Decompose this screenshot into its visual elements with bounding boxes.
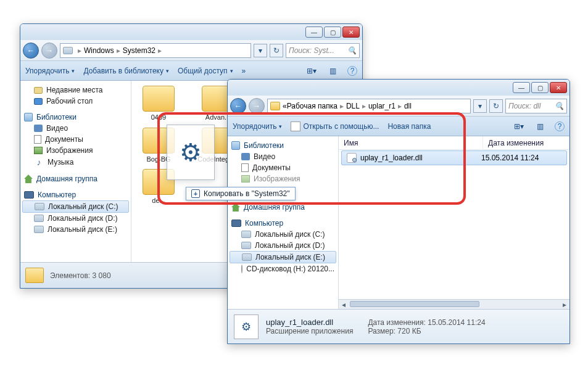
sidebar-item-documents[interactable]: Документы xyxy=(20,134,131,145)
sidebar-group-computer[interactable]: Компьютер xyxy=(20,189,131,200)
view-mode-button[interactable]: ⊞▾ xyxy=(513,121,525,131)
breadcrumb[interactable]: System32 xyxy=(123,46,155,55)
horizontal-scrollbar[interactable]: ◂ ▸ xyxy=(339,299,569,309)
disk-icon xyxy=(35,203,44,210)
disk-icon xyxy=(241,242,251,249)
new-folder-button[interactable]: Новая папка xyxy=(387,122,431,131)
sidebar-item-disk-c[interactable]: Локальный диск (C:) xyxy=(22,200,129,213)
organize-button[interactable]: Упорядочить▾ xyxy=(233,122,282,131)
open-with-icon xyxy=(291,121,300,131)
content-pane[interactable]: Имя Дата изменения uplay_r1_loader.dll 1… xyxy=(339,136,569,309)
details-size: 720 КБ xyxy=(397,327,421,335)
window-maximize-button[interactable]: ▢ xyxy=(531,82,549,93)
folder-icon xyxy=(25,268,44,283)
titlebar[interactable]: — ▢ ✕ xyxy=(228,80,569,96)
sidebar-item-disk-c[interactable]: Локальный диск (C:) xyxy=(228,229,338,240)
recent-icon xyxy=(34,87,43,94)
folder-icon xyxy=(143,86,175,112)
window-maximize-button[interactable]: ▢ xyxy=(324,27,341,38)
window-close-button[interactable]: ✕ xyxy=(342,27,360,38)
view-mode-button[interactable]: ⊞▾ xyxy=(305,66,318,76)
folder-icon xyxy=(270,102,280,110)
sidebar-item-video[interactable]: Видео xyxy=(20,123,131,134)
details-filename: uplay_r1_loader.dll xyxy=(266,318,353,327)
sidebar-item-documents[interactable]: Документы xyxy=(228,162,338,173)
sidebar-group-libraries[interactable]: Библиотеки xyxy=(20,112,131,123)
sidebar-item-cd-drive[interactable]: CD-дисковод (H:) 20120... xyxy=(228,263,338,274)
disk-icon xyxy=(241,231,251,238)
scroll-left-button[interactable]: ◂ xyxy=(339,300,349,309)
breadcrumb[interactable]: Windows xyxy=(84,46,114,55)
drive-icon xyxy=(63,47,73,54)
chevron-down-icon: ▾ xyxy=(230,68,233,74)
open-with-button[interactable]: Открыть с помощью... xyxy=(291,121,379,131)
overflow-button[interactable]: » xyxy=(242,67,246,75)
drag-copy-tooltip: + Копировать в "System32" xyxy=(186,187,296,200)
toolbar: Упорядочить▾ Добавить в библиотеку▾ Общи… xyxy=(20,61,362,81)
organize-button[interactable]: Упорядочить▾ xyxy=(25,67,75,75)
sidebar-item-disk-d[interactable]: Локальный диск (D:) xyxy=(20,213,131,224)
details-size-label: Размер: xyxy=(368,327,395,335)
column-date[interactable]: Дата изменения xyxy=(483,136,569,149)
folder-item[interactable]: 0409 xyxy=(136,86,181,121)
address-dropdown-button[interactable]: ▾ xyxy=(254,44,267,57)
breadcrumb[interactable]: dll xyxy=(404,102,412,110)
refresh-button[interactable]: ↻ xyxy=(270,44,283,57)
sidebar-item-pictures[interactable]: Изображения xyxy=(20,145,131,156)
pictures-icon xyxy=(241,175,250,183)
scroll-right-button[interactable]: ▸ xyxy=(560,300,569,309)
preview-pane-button[interactable]: ▥ xyxy=(534,121,546,131)
breadcrumb[interactable]: DLL xyxy=(346,102,360,110)
sidebar-group-computer[interactable]: Компьютер xyxy=(228,218,338,229)
address-dropdown-button[interactable]: ▾ xyxy=(473,99,487,113)
breadcrumb[interactable]: uplar_r1 xyxy=(368,102,395,110)
sidebar-item-disk-d[interactable]: Локальный диск (D:) xyxy=(228,240,338,251)
scrollbar-thumb[interactable] xyxy=(350,301,479,307)
nav-forward-button[interactable]: → xyxy=(41,43,57,59)
nav-forward-button[interactable]: → xyxy=(249,98,265,114)
refresh-button[interactable]: ↻ xyxy=(489,99,503,113)
nav-back-button[interactable]: ← xyxy=(230,98,246,114)
search-input[interactable]: Поиск: dll 🔍 xyxy=(505,99,567,113)
window-close-button[interactable]: ✕ xyxy=(550,82,567,93)
window-minimize-button[interactable]: — xyxy=(305,27,323,38)
window-minimize-button[interactable]: — xyxy=(513,82,530,93)
sidebar-item-video[interactable]: Видео xyxy=(228,151,338,162)
search-icon: 🔍 xyxy=(347,46,357,55)
add-to-library-button[interactable]: Добавить в библиотеку▾ xyxy=(83,67,169,75)
homegroup-icon xyxy=(24,175,33,183)
titlebar[interactable]: — ▢ ✕ xyxy=(20,24,362,40)
sidebar-item-music[interactable]: ♪Музыка xyxy=(20,156,131,168)
nav-pane: Недавние места Рабочий стол Библиотеки В… xyxy=(20,81,131,288)
sidebar-group-homegroup[interactable]: Домашняя группа xyxy=(228,202,338,213)
chevron-right-icon: ▸ xyxy=(362,102,366,110)
search-input[interactable]: Поиск: Syst... 🔍 xyxy=(286,43,360,58)
chevron-right-icon: ▸ xyxy=(158,46,162,55)
details-type: Расширение приложения xyxy=(266,327,353,335)
document-icon xyxy=(241,163,249,172)
share-button[interactable]: Общий доступ▾ xyxy=(178,67,233,75)
nav-back-button[interactable]: ← xyxy=(23,43,39,59)
sidebar-group-libraries[interactable]: Библиотеки xyxy=(228,140,338,151)
sidebar-item-disk-e[interactable]: Локальный диск (E:) xyxy=(20,224,131,235)
breadcrumb[interactable]: Рабочая папка xyxy=(287,102,337,110)
disk-icon xyxy=(34,226,44,233)
disk-icon xyxy=(34,215,44,222)
file-row[interactable]: uplay_r1_loader.dll 15.05.2014 11:24 xyxy=(341,150,567,165)
sidebar-item-desktop[interactable]: Рабочий стол xyxy=(20,96,131,107)
desktop-icon xyxy=(34,98,43,105)
help-button[interactable]: ? xyxy=(555,121,565,131)
address-bar[interactable]: « Рабочая папка ▸ DLL ▸ uplar_r1 ▸ dll xyxy=(267,99,471,113)
help-button[interactable]: ? xyxy=(347,66,357,76)
column-headers[interactable]: Имя Дата изменения xyxy=(339,136,569,150)
file-name: uplay_r1_loader.dll xyxy=(360,154,478,162)
plus-icon: + xyxy=(191,189,200,198)
sidebar-item-recent[interactable]: Недавние места xyxy=(20,84,131,96)
address-bar[interactable]: ▸ Windows ▸ System32 ▸ xyxy=(60,43,251,58)
sidebar-item-pictures[interactable]: Изображения xyxy=(228,173,338,184)
preview-pane-button[interactable]: ▥ xyxy=(326,66,339,76)
column-name[interactable]: Имя xyxy=(339,136,483,149)
sidebar-item-disk-e[interactable]: Локальный диск (E:) xyxy=(230,251,336,263)
sidebar-group-homegroup[interactable]: Домашняя группа xyxy=(20,173,131,184)
computer-icon xyxy=(231,220,241,227)
